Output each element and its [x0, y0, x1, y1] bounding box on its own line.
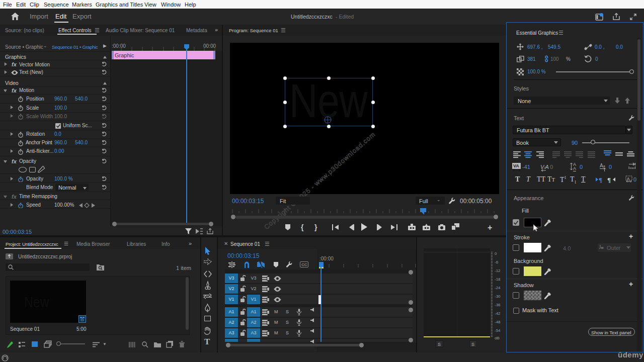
svg-text:¶: ¶ [607, 176, 611, 184]
svg-text:A: A [627, 176, 630, 181]
svg-text:¶: ¶ [599, 176, 602, 184]
